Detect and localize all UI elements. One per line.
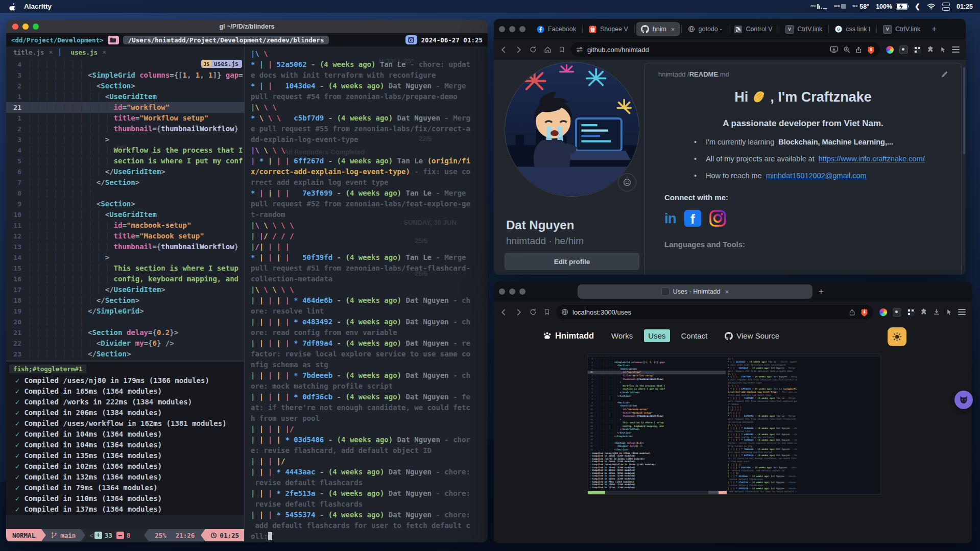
window-controls[interactable] xyxy=(12,23,39,30)
uses-screenshot[interactable]: 4│ │ │ │ │ │ │ 3│ │ │ │ │ │ │ <SimpleGri… xyxy=(587,353,881,495)
brave-shield-icon[interactable] xyxy=(867,45,875,54)
site-settings-icon[interactable] xyxy=(576,46,583,53)
reload-button[interactable] xyxy=(530,46,537,53)
code-line: 8│ │ │ │ │ │ │ │ xyxy=(588,398,726,401)
dark-extension-icon[interactable] xyxy=(899,45,908,54)
cpu-widget[interactable]: CPU xyxy=(810,4,827,9)
readme-link[interactable]: minhdat15012002@gmail.com xyxy=(766,172,867,180)
browser-tab-control-v[interactable]: Control V xyxy=(729,22,777,36)
scrollbar[interactable] xyxy=(963,67,965,154)
sensor-widget[interactable]: SEN 58° xyxy=(852,3,869,10)
vim-tab-title-js[interactable]: title.js× xyxy=(6,49,60,56)
dark-extension-icon[interactable] xyxy=(893,308,901,317)
new-tab-button[interactable]: + xyxy=(926,24,942,34)
bookmark-icon[interactable] xyxy=(559,46,565,53)
home-button[interactable] xyxy=(544,46,552,54)
zoom-icon[interactable] xyxy=(843,46,850,53)
color-wheel-extension-icon[interactable] xyxy=(886,46,894,54)
window-controls[interactable] xyxy=(499,289,525,295)
send-to-device-icon[interactable] xyxy=(830,46,838,53)
browser-tab-ctrlv-link[interactable]: VCtrlV.link xyxy=(780,22,828,36)
terminal-titlebar[interactable]: gl ~/P/D/z/blinders xyxy=(6,20,488,33)
theme-toggle-button[interactable] xyxy=(888,327,906,346)
git-log-line: e docs with init terraform with reconfig… xyxy=(251,70,488,81)
extensions-icon[interactable] xyxy=(920,308,927,316)
zoom-window-button xyxy=(519,289,525,295)
nav-item-works[interactable]: Works xyxy=(607,329,637,342)
code-line: 3│ │ │ │ │ │ │ │ │ > xyxy=(6,134,244,145)
edit-profile-button[interactable]: Edit profile xyxy=(505,253,639,270)
downloads-icon[interactable] xyxy=(933,308,940,316)
git-log-pane[interactable]: |\ \* | | 52a5062 - (4 weeks ago) Tan Le… xyxy=(246,46,488,542)
menubar-clock[interactable]: 01:25 xyxy=(957,3,973,10)
back-button[interactable] xyxy=(500,308,508,316)
browser-tab-ctrlv-link[interactable]: VCtrlV.link xyxy=(878,22,925,36)
vkey-favicon: V xyxy=(785,25,794,34)
window-controls[interactable] xyxy=(499,26,525,32)
nav-item-uses[interactable]: Uses xyxy=(644,329,670,342)
browser-tab-facebook[interactable]: Facebook xyxy=(532,22,581,36)
pointer-extension-icon[interactable] xyxy=(940,46,946,53)
git-log-line: | | | |/ xyxy=(251,456,488,467)
readme-bullet: •I'm currently learning Blockchain, Mach… xyxy=(694,138,948,146)
edit-readme-icon[interactable] xyxy=(941,71,948,78)
close-tab-icon[interactable]: × xyxy=(671,26,675,33)
browser-tab-shopee-v[interactable]: Shopee V xyxy=(584,22,633,36)
file-badge: JS uses.js xyxy=(201,60,242,68)
breadcrumb[interactable]: hnimtadd / xyxy=(658,70,689,78)
code-line: 4│ │ │ │ │ │ │ xyxy=(588,357,726,361)
tab-uses-hnimtadd[interactable]: Uses - Hnimtadd × xyxy=(578,284,812,299)
reload-button[interactable] xyxy=(530,308,537,316)
forward-button[interactable] xyxy=(515,46,522,54)
set-status-button[interactable] xyxy=(618,173,636,191)
forward-button[interactable] xyxy=(515,308,522,316)
browser-menu-icon[interactable] xyxy=(958,309,966,315)
code-line: 1│ │ │ │ │ │ │ │ │ │ title="Workflow set… xyxy=(588,374,726,378)
bookmark-icon[interactable] xyxy=(544,308,550,316)
color-wheel-extension-icon[interactable] xyxy=(879,308,887,316)
hidden-bar-icon[interactable]: ❮ xyxy=(915,3,920,10)
browser-menu-icon[interactable] xyxy=(952,46,960,53)
site-info-icon[interactable] xyxy=(561,308,568,316)
share-icon[interactable] xyxy=(849,308,855,316)
new-tab-button[interactable]: + xyxy=(814,286,829,297)
code-editor[interactable]: 4│ │ │ │ │ │ │ 3│ │ │ │ │ │ │ <SimpleGri… xyxy=(6,58,244,360)
browser-tab-hnim[interactable]: hnim× xyxy=(636,22,680,36)
close-tab-icon[interactable]: × xyxy=(725,288,729,296)
address-bar[interactable]: github.com/hnimtadd xyxy=(571,42,880,57)
brave-shield-icon[interactable] xyxy=(861,308,868,317)
tmux-statusbar: <dd/Project/Development> /Users/hnimtadd… xyxy=(6,33,488,46)
code-line: 10│ │ │ │ │ │ │ │ │ <UseGridItem xyxy=(6,209,244,220)
menubar-app-name[interactable]: Alacritty xyxy=(24,3,52,10)
pointer-extension-icon[interactable] xyxy=(946,309,952,316)
share-icon[interactable] xyxy=(855,46,862,54)
avatar[interactable] xyxy=(505,62,639,197)
view-source-link[interactable]: View Source xyxy=(725,331,779,340)
mem-widget[interactable]: MEM xyxy=(834,4,846,9)
browser-tab-gotodo-[interactable]: gotodo - xyxy=(683,22,727,36)
qr-extension-icon[interactable] xyxy=(914,46,921,54)
vim-tab-uses-js[interactable]: uses.js× xyxy=(63,49,113,56)
git-log-line: e: revise flashcard, add default object … xyxy=(251,445,488,456)
back-button[interactable] xyxy=(500,46,508,54)
nav-item-contact[interactable]: Contact xyxy=(677,329,712,342)
github-favicon xyxy=(641,25,649,33)
js-icon: JS xyxy=(202,60,211,67)
browser-tab-css-link-t[interactable]: Gcss link t xyxy=(830,22,875,36)
brand-logo[interactable]: Hnimtadd xyxy=(542,331,594,341)
readme-link[interactable]: https://www.info.craftznake.com/ xyxy=(819,155,925,163)
battery-widget[interactable]: 100% xyxy=(876,3,908,10)
url-text[interactable]: localhost:3000/uses xyxy=(572,308,845,316)
extensions-icon[interactable] xyxy=(927,46,934,53)
wifi-icon[interactable] xyxy=(927,3,936,10)
stats-icon[interactable] xyxy=(942,3,950,11)
address-bar[interactable]: localhost:3000/uses xyxy=(556,305,873,319)
url-text[interactable]: github.com/hnimtadd xyxy=(587,46,826,54)
cat-widget-button[interactable] xyxy=(954,391,973,409)
linkedin-icon[interactable]: in xyxy=(664,210,676,227)
instagram-icon[interactable] xyxy=(709,210,726,227)
apple-menu-icon[interactable] xyxy=(9,3,17,11)
toggleterm-pane[interactable]: fish;#toggleterm#1 ✓Compiled /uses/nj80 … xyxy=(6,362,244,515)
qr-extension-icon[interactable] xyxy=(907,308,915,316)
facebook-icon[interactable]: f xyxy=(684,210,701,227)
